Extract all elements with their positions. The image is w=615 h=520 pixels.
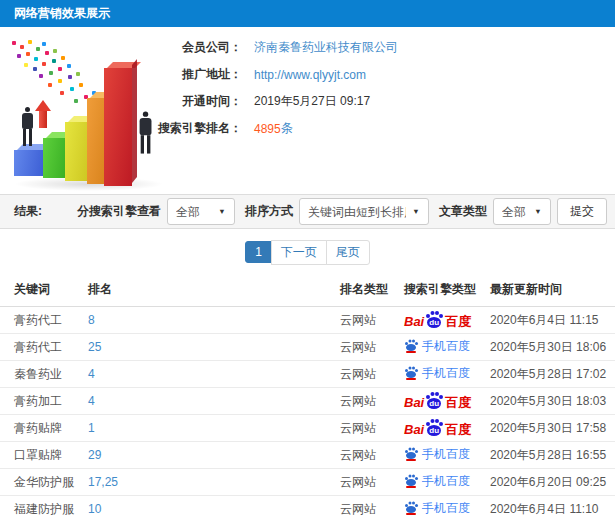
rank-cell: 8 [88, 307, 340, 334]
rank-link[interactable]: 8 [88, 313, 95, 327]
page-1-button[interactable]: 1 [245, 241, 272, 263]
keyword-cell: 膏药加工 [0, 388, 88, 415]
article-type-select-wrap: 全部 [493, 198, 551, 225]
updated-cell: 2020年5月28日 17:02 [490, 361, 615, 388]
updated-cell: 2020年6月4日 11:15 [490, 307, 615, 334]
col-rank-type: 排名类型 [340, 273, 404, 307]
baidu-paw-icon: du [425, 392, 443, 409]
sort-label: 排序方式 [245, 203, 293, 220]
rank-cell: 25 [88, 334, 340, 361]
rank-cell: 4 [88, 361, 340, 388]
keyword-ranking-table: 关键词 排名 排名类型 搜索引擎类型 最新更新时间 膏药代工 8 云网站 Bai… [0, 273, 615, 520]
updated-cell: 2020年6月4日 11:10 [490, 496, 615, 520]
baidu-paw-icon: du [425, 419, 443, 436]
page-title: 网络营销效果展示 [14, 6, 110, 20]
baidu-mobile-logo-icon: 手机百度 [404, 366, 470, 380]
baidu-mobile-logo-icon: 手机百度 [404, 339, 470, 353]
col-rank: 排名 [88, 273, 340, 307]
bar-red [104, 68, 132, 186]
panel-header: 网络营销效果展示 [0, 0, 615, 27]
table-row: 膏药代工 25 云网站 手机百度 2020年5月30日 18:06 [0, 334, 615, 361]
rank-type-cell: 云网站 [340, 496, 404, 520]
info-value-suffix: 条 [281, 120, 293, 137]
businessman-figure-left [19, 107, 35, 146]
engine-filter-select[interactable]: 全部 [167, 198, 235, 225]
filters: 分搜索引擎查看 全部 排序方式 关键词由短到长排序 文章类型 全部 提交 [73, 198, 607, 225]
baidu-pc-logo-icon: Bai du 百度 [404, 311, 471, 328]
last-page-button[interactable]: 尾页 [326, 240, 370, 265]
keyword-cell: 秦鲁药业 [0, 361, 88, 388]
baidu-mobile-logo-icon: 手机百度 [404, 447, 470, 461]
info-value: 2019年5月27日 09:17 [254, 93, 370, 110]
growth-arrow-icon [35, 100, 51, 128]
engine-cell: Bai du 百度 [404, 388, 490, 415]
baidu-paw-icon [404, 447, 418, 461]
baidu-paw-icon [404, 366, 418, 380]
rank-link[interactable]: 1 [88, 421, 95, 435]
info-value[interactable]: http://www.qlyyjt.com [254, 68, 366, 82]
baidu-mobile-logo-icon: 手机百度 [404, 501, 470, 515]
rank-link[interactable]: 29 [88, 448, 101, 462]
rank-link[interactable]: 17,25 [88, 475, 118, 489]
updated-cell: 2020年5月28日 16:55 [490, 442, 615, 469]
baidu-paw-icon [404, 474, 418, 488]
keyword-cell: 金华防护服 [0, 469, 88, 496]
member-info: 会员公司： 济南秦鲁药业科技有限公司 推广地址： http://www.qlyy… [150, 34, 398, 142]
rank-link[interactable]: 4 [88, 394, 95, 408]
baidu-mobile-logo-icon: 手机百度 [404, 474, 470, 488]
sort-select-wrap: 关键词由短到长排序 [299, 198, 429, 225]
info-value: 4895 [254, 122, 281, 136]
article-type-label: 文章类型 [439, 203, 487, 220]
confetti-decoration [12, 41, 16, 45]
article-type-select[interactable]: 全部 [493, 198, 551, 225]
info-value[interactable]: 济南秦鲁药业科技有限公司 [254, 39, 398, 56]
baidu-paw-icon: du [425, 311, 443, 328]
baidu-paw-icon [404, 339, 418, 353]
rank-cell: 29 [88, 442, 340, 469]
next-page-button[interactable]: 下一页 [271, 240, 327, 265]
summary-section: 会员公司： 济南秦鲁药业科技有限公司 推广地址： http://www.qlyy… [0, 27, 615, 194]
rank-link[interactable]: 4 [88, 367, 95, 381]
rank-link[interactable]: 10 [88, 502, 101, 516]
updated-cell: 2020年5月30日 17:58 [490, 415, 615, 442]
engine-cell: Bai du 百度 [404, 307, 490, 334]
table-row: 口罩贴牌 29 云网站 手机百度 2020年5月28日 16:55 [0, 442, 615, 469]
col-engine-type: 搜索引擎类型 [404, 273, 490, 307]
rank-cell: 10 [88, 496, 340, 520]
pagination: 1下一页尾页 [0, 229, 615, 273]
rank-type-cell: 云网站 [340, 469, 404, 496]
sort-select[interactable]: 关键词由短到长排序 [299, 198, 429, 225]
table-row: 秦鲁药业 4 云网站 手机百度 2020年5月28日 17:02 [0, 361, 615, 388]
table-row: 膏药加工 4 云网站 Bai du 百度 2020年5月30日 18:03 [0, 388, 615, 415]
info-row: 推广地址： http://www.qlyyjt.com [150, 61, 398, 88]
updated-cell: 2020年5月30日 18:03 [490, 388, 615, 415]
results-filter-bar: 结果: 分搜索引擎查看 全部 排序方式 关键词由短到长排序 文章类型 全部 提交 [0, 194, 615, 229]
table-row: 金华防护服 17,25 云网站 手机百度 2020年6月20日 09:25 [0, 469, 615, 496]
results-section-label: 结果: [14, 203, 42, 220]
table-row: 膏药代工 8 云网站 Bai du 百度 2020年6月4日 11:15 [0, 307, 615, 334]
rank-cell: 17,25 [88, 469, 340, 496]
info-row: 开通时间： 2019年5月27日 09:17 [150, 88, 398, 115]
keyword-cell: 膏药代工 [0, 307, 88, 334]
keyword-cell: 口罩贴牌 [0, 442, 88, 469]
info-label: 推广地址： [150, 66, 242, 83]
businessman-figure-right [136, 111, 153, 153]
keyword-cell: 膏药贴牌 [0, 415, 88, 442]
engine-cell: Bai du 百度 [404, 415, 490, 442]
engine-filter-label: 分搜索引擎查看 [77, 203, 161, 220]
rank-link[interactable]: 25 [88, 340, 101, 354]
info-label: 搜索引擎排名： [150, 120, 242, 137]
submit-button[interactable]: 提交 [557, 198, 607, 225]
engine-filter-select-wrap: 全部 [167, 198, 235, 225]
keyword-cell: 膏药代工 [0, 334, 88, 361]
baidu-paw-icon [404, 501, 418, 515]
engine-cell: 手机百度 [404, 334, 490, 361]
info-label: 开通时间： [150, 93, 242, 110]
rank-type-cell: 云网站 [340, 361, 404, 388]
info-row: 搜索引擎排名： 4895条 [150, 115, 398, 142]
col-keyword: 关键词 [0, 273, 88, 307]
table-row: 膏药贴牌 1 云网站 Bai du 百度 2020年5月30日 17:58 [0, 415, 615, 442]
table-header-row: 关键词 排名 排名类型 搜索引擎类型 最新更新时间 [0, 273, 615, 307]
rank-type-cell: 云网站 [340, 388, 404, 415]
engine-cell: 手机百度 [404, 361, 490, 388]
